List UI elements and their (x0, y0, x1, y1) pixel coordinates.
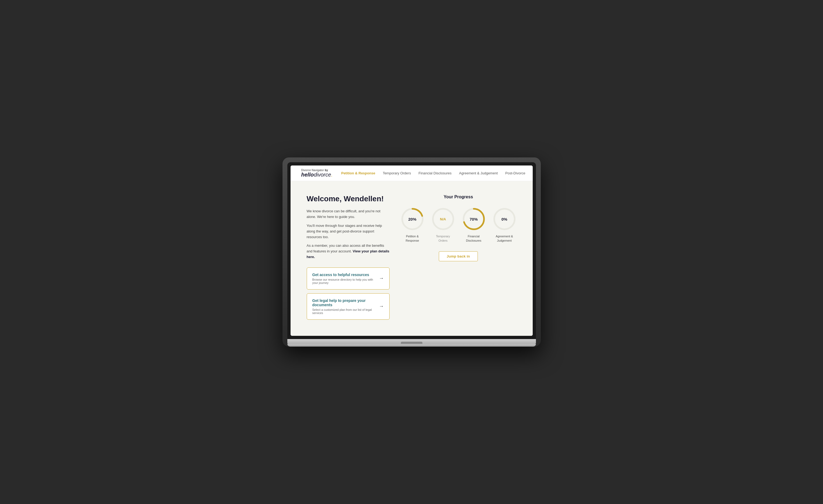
screen-bezel: Divorce Navigator by hellodivorce. Petit… (287, 162, 536, 339)
jump-back-button[interactable]: Jump back in (439, 251, 478, 261)
laptop-notch (401, 342, 423, 344)
progress-text-temporary: TemporaryOrders (436, 234, 450, 243)
progress-item-temporary: N/A TemporaryOrders (431, 207, 455, 243)
resources-card-title: Get access to helpful resources (312, 273, 376, 277)
nav-temporary-orders[interactable]: Temporary Orders (383, 171, 411, 175)
nav-post-divorce[interactable]: Post-Divorce (505, 171, 525, 175)
laptop-bottom-bezel (287, 339, 536, 344)
circle-label-petition: 20% (408, 217, 416, 221)
legal-help-card[interactable]: Get legal help to prepare your documents… (307, 293, 389, 320)
legal-help-card-subtitle: Select a customized plan from our list o… (312, 308, 376, 315)
para3: As a member, you can also access all the… (307, 243, 389, 260)
main-nav: Petition & Response Temporary Orders Fin… (341, 171, 525, 175)
progress-item-petition: 20% Petition &Response (400, 207, 425, 243)
circle-label-temporary: N/A (440, 217, 446, 221)
progress-text-petition: Petition &Response (406, 234, 419, 243)
card-text-resources: Get access to helpful resources Browse o… (312, 273, 376, 285)
progress-text-agreement: Agreement &Judgement (496, 234, 513, 243)
left-column: Welcome, Wendellen! We know divorce can … (307, 194, 389, 319)
logo-brand: hellodivorce. (301, 172, 333, 178)
resources-card-subtitle: Browse our resource directory to help yo… (312, 278, 376, 285)
logo: Divorce Navigator by hellodivorce. (301, 169, 333, 178)
progress-text-financial: FinancialDisclosures (466, 234, 481, 243)
para1: We know divorce can be difficult, and yo… (307, 208, 389, 220)
progress-item-financial: 70% FinancialDisclosures (462, 207, 486, 243)
nav-financial-disclosures[interactable]: Financial Disclosures (419, 171, 452, 175)
circle-financial: 70% (462, 207, 486, 231)
screen: Divorce Navigator by hellodivorce. Petit… (291, 165, 533, 336)
progress-circles: 20% Petition &Response N/A (400, 207, 517, 243)
logo-tagline-text: Divorce Navigator by (301, 169, 328, 172)
nav-agreement-judgement[interactable]: Agreement & Judgement (459, 171, 498, 175)
right-column: Your Progress 20% Petition &R (400, 194, 517, 319)
logo-tagline: Divorce Navigator by (301, 169, 333, 172)
circle-label-agreement: 0% (501, 217, 507, 221)
circle-temporary: N/A (431, 207, 455, 231)
navbar: Divorce Navigator by hellodivorce. Petit… (291, 165, 533, 181)
resources-arrow-icon: → (379, 276, 384, 281)
welcome-heading: Welcome, Wendellen! (307, 194, 389, 203)
legal-help-arrow-icon: → (379, 304, 384, 309)
circle-label-financial: 70% (470, 217, 478, 221)
action-cards: Get access to helpful resources Browse o… (307, 268, 389, 320)
laptop-frame: Divorce Navigator by hellodivorce. Petit… (283, 157, 541, 346)
legal-help-card-title: Get legal help to prepare your documents (312, 298, 376, 307)
circle-petition: 20% (400, 207, 425, 231)
laptop-base (287, 344, 536, 347)
resources-card[interactable]: Get access to helpful resources Browse o… (307, 268, 389, 290)
progress-heading: Your Progress (444, 194, 473, 199)
para2: You'll move through four stages and rece… (307, 223, 389, 240)
main-content: Welcome, Wendellen! We know divorce can … (291, 181, 533, 336)
progress-item-agreement: 0% Agreement &Judgement (492, 207, 517, 243)
nav-petition-response[interactable]: Petition & Response (341, 171, 375, 175)
circle-agreement: 0% (492, 207, 517, 231)
card-text-legal: Get legal help to prepare your documents… (312, 298, 376, 315)
